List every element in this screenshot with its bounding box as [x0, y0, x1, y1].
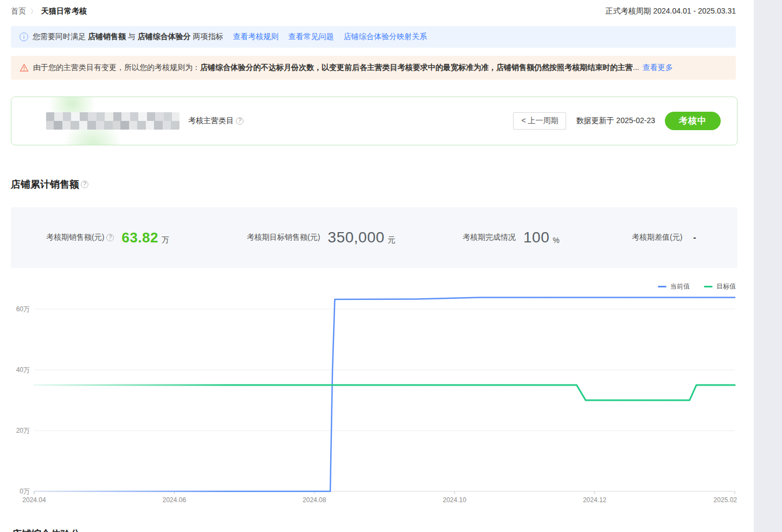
sales-section-title: 店铺累计销售额 [11, 178, 79, 191]
info-banner: 您需要同时满足 店铺销售额 与 店铺综合体验分 两项指标 查看考核规则 查看常见… [11, 26, 736, 48]
shop-name-redacted [46, 112, 180, 130]
experience-score-section-title: 店铺综合体验分 [12, 528, 80, 532]
breadcrumb: 首页 〉 天猫日常考核 [11, 7, 87, 16]
sales-chart-svg[interactable]: 0万20万40万60万2024.042024.062024.082024.102… [11, 294, 738, 507]
category-help-icon[interactable] [236, 117, 243, 125]
stat-label: 考核期目标销售额(元) [247, 233, 320, 242]
svg-text:2024.06: 2024.06 [163, 496, 187, 504]
stat-target-sales: 考核期目标销售额(元) 350,000 元 [247, 207, 395, 268]
legend-label: 当前值 [670, 282, 690, 291]
status-badge: 考核中 [665, 112, 721, 130]
legend-marker [658, 286, 666, 287]
assessment-period: 正式考核周期 2024.04.01 - 2025.03.31 [606, 7, 736, 16]
legend-item-current[interactable]: 当前值 [658, 282, 690, 291]
stat-label: 考核期差值(元) [632, 233, 682, 242]
assessment-page: 首页 〉 天猫日常考核 正式考核周期 2024.04.01 - 2025.03.… [0, 0, 782, 532]
shop-assessment-card: 考核主营类目 < 上一周期 数据更新于 2025-02-23 考核中 [11, 97, 738, 145]
stat-value: - [693, 233, 696, 242]
svg-text:0万: 0万 [20, 488, 30, 495]
period-sales-help-icon[interactable] [106, 234, 114, 241]
sales-section-header: 店铺累计销售额 [11, 178, 88, 191]
legend-marker [704, 286, 713, 287]
stat-unit: 元 [388, 235, 395, 245]
stat-label: 考核期销售额(元) [46, 233, 114, 242]
previous-period-button[interactable]: < 上一周期 [513, 112, 566, 130]
sales-trend-chart[interactable]: 0万20万40万60万2024.042024.062024.082024.102… [11, 294, 738, 507]
breadcrumb-home-link[interactable]: 首页 [11, 7, 26, 16]
info-circle-icon [20, 33, 28, 41]
stat-unit: % [553, 236, 559, 245]
svg-text:2024.10: 2024.10 [443, 496, 467, 504]
svg-text:2024.04: 2024.04 [22, 496, 46, 504]
svg-text:2024.08: 2024.08 [303, 496, 326, 504]
view-more-link[interactable]: 查看更多 [643, 63, 673, 73]
warning-banner-text: 由于您的主营类目有变更，所以您的考核规则为：店铺综合体验分的不达标月份次数，以变… [33, 63, 639, 73]
scrollbar-gutter [754, 0, 782, 532]
stat-gap: 考核期差值(元) - [632, 207, 696, 268]
stat-completion: 考核期完成情况 100 % [463, 207, 560, 268]
main-category-label: 考核主营类目 [188, 116, 243, 126]
svg-text:60万: 60万 [16, 305, 30, 313]
chart-legend: 当前值 目标值 [11, 282, 736, 291]
legend-label: 目标值 [716, 282, 736, 291]
sales-section-help-icon[interactable] [81, 181, 88, 188]
view-assessment-rules-link[interactable]: 查看考核规则 [233, 32, 279, 42]
view-faq-link[interactable]: 查看常见问题 [289, 32, 334, 42]
info-banner-text: 您需要同时满足 店铺销售额 与 店铺综合体验分 两项指标 [33, 32, 223, 42]
stat-value: 100 [523, 229, 549, 246]
sales-stats-panel: 考核期销售额(元) 63.82 万 考核期目标销售额(元) 350,000 元 … [11, 207, 738, 268]
stat-unit: 万 [162, 235, 169, 245]
data-updated-text: 数据更新于 2025-02-23 [576, 116, 655, 126]
svg-text:2025.02: 2025.02 [714, 496, 738, 504]
breadcrumb-separator-icon: 〉 [30, 7, 37, 16]
stat-value: 350,000 [328, 229, 384, 246]
breadcrumb-row: 首页 〉 天猫日常考核 正式考核周期 2024.04.01 - 2025.03.… [11, 7, 736, 16]
warning-triangle-icon [20, 63, 29, 72]
stat-value: 63.82 [121, 229, 158, 246]
svg-text:40万: 40万 [16, 366, 30, 374]
svg-text:2024.12: 2024.12 [583, 496, 607, 504]
warning-banner: 由于您的主营类目有变更，所以您的考核规则为：店铺综合体验分的不达标月份次数，以变… [11, 56, 736, 80]
legend-item-target[interactable]: 目标值 [704, 282, 736, 291]
svg-text:20万: 20万 [16, 427, 30, 434]
page-title: 天猫日常考核 [41, 7, 87, 16]
stat-period-sales: 考核期销售额(元) 63.82 万 [46, 207, 169, 268]
experience-score-mapping-link[interactable]: 店铺综合体验分映射关系 [344, 32, 427, 42]
stat-label: 考核期完成情况 [463, 233, 516, 242]
